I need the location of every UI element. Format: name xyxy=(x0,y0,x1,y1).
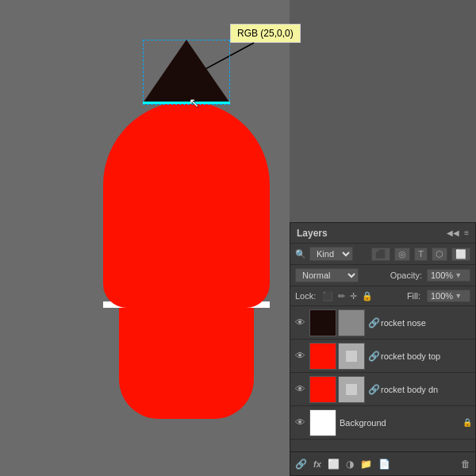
layers-list: 👁 🔗 rocket nose 👁 xyxy=(290,306,475,440)
opacity-arrow: ▼ xyxy=(455,271,462,279)
visibility-icon[interactable]: 👁 xyxy=(294,383,306,395)
lock-paint-icon[interactable]: ✏ xyxy=(338,291,345,301)
nose-highlight xyxy=(143,102,230,104)
layer-thumb-content xyxy=(309,409,336,436)
layer-name: rocket nose xyxy=(381,318,472,328)
rocket-nose xyxy=(143,40,230,103)
filter-type-btn[interactable]: T xyxy=(414,248,428,261)
layer-name: rocket body top xyxy=(381,351,472,361)
layer-lock-icon: 🔒 xyxy=(463,418,472,427)
thumb-red xyxy=(310,377,336,402)
filter-icons: ⬛ ◎ T ⬡ ⬜ xyxy=(371,248,470,261)
mask-icon[interactable]: ⬜ xyxy=(328,459,340,470)
visibility-icon[interactable]: 👁 xyxy=(294,416,306,428)
mask-content xyxy=(339,310,364,336)
blend-row: Normal Opacity: 100% ▼ xyxy=(290,265,475,286)
folder-icon[interactable]: 📁 xyxy=(360,459,372,470)
opacity-input[interactable]: 100% ▼ xyxy=(427,269,470,282)
panel-header-icons: ◀◀ ≡ xyxy=(447,228,469,237)
kind-dropdown[interactable]: Kind xyxy=(309,247,353,261)
layer-thumb-mask xyxy=(338,309,365,336)
layer-thumb-mask xyxy=(338,343,365,370)
layer-thumbnails xyxy=(309,376,365,403)
layer-name: Background xyxy=(340,418,459,428)
thumb-dark xyxy=(310,310,336,336)
layer-row[interactable]: 👁 🔗 rocket body dn xyxy=(290,373,475,406)
lock-pixel-icon[interactable]: ⬛ xyxy=(322,291,333,301)
rocket-body-top xyxy=(103,102,270,308)
visibility-icon[interactable]: 👁 xyxy=(294,317,306,328)
layer-thumbnails xyxy=(309,309,365,336)
fill-label: Fill: xyxy=(407,291,420,301)
mask-small xyxy=(346,384,357,395)
panel-header: Layers ◀◀ ≡ xyxy=(290,223,475,244)
search-icon: 🔍 xyxy=(295,249,306,259)
lock-move-icon[interactable]: ✛ xyxy=(350,291,357,301)
layer-row[interactable]: 👁 🔗 rocket nose xyxy=(290,306,475,340)
mask-small xyxy=(346,351,357,362)
layer-row[interactable]: 👁 🔗 rocket body top xyxy=(290,340,475,373)
lock-label: Lock: xyxy=(295,291,316,301)
layer-thumb-mask xyxy=(338,376,365,403)
fill-value: 100% xyxy=(431,291,453,301)
layer-thumb-content xyxy=(309,376,336,403)
fill-arrow: ▼ xyxy=(455,292,462,300)
opacity-label: Opacity: xyxy=(390,271,422,280)
lock-all-icon[interactable]: 🔒 xyxy=(362,291,373,301)
layer-row[interactable]: 👁 Background 🔒 xyxy=(290,406,475,440)
blend-dropdown[interactable]: Normal xyxy=(295,268,359,282)
cursor-icon: ↖ xyxy=(189,95,199,110)
filter-row: 🔍 Kind ⬛ ◎ T ⬡ ⬜ xyxy=(290,244,475,265)
panel-footer: 🔗 fx ⬜ ◑ 📁 📄 🗑 xyxy=(290,451,475,475)
adjustment-icon[interactable]: ◑ xyxy=(346,459,354,470)
opacity-value: 100% xyxy=(431,271,453,280)
link-layers-icon[interactable]: 🔗 xyxy=(295,459,307,470)
menu-icon[interactable]: ≡ xyxy=(464,228,469,237)
fx-icon[interactable]: fx xyxy=(313,459,321,469)
filter-pixel-btn[interactable]: ⬛ xyxy=(371,248,390,261)
layers-panel: Layers ◀◀ ≡ 🔍 Kind ⬛ ◎ T ⬡ ⬜ Normal Opac… xyxy=(290,222,476,476)
lock-row: Lock: ⬛ ✏ ✛ 🔒 Fill: 100% ▼ xyxy=(290,286,475,306)
link-icon: 🔗 xyxy=(368,384,378,395)
layer-thumb-content xyxy=(309,309,336,336)
delete-layer-icon[interactable]: 🗑 xyxy=(461,459,470,470)
visibility-icon[interactable]: 👁 xyxy=(294,350,306,362)
thumb-white xyxy=(310,410,336,436)
link-icon: 🔗 xyxy=(368,317,378,328)
thumb-red xyxy=(310,344,336,369)
lock-icons: ⬛ ✏ ✛ 🔒 xyxy=(322,291,373,301)
layer-thumb-content xyxy=(309,343,336,370)
filter-adjust-btn[interactable]: ◎ xyxy=(394,248,410,261)
filter-smart-btn[interactable]: ⬜ xyxy=(451,248,470,261)
panel-title: Layers xyxy=(297,228,328,239)
collapse-icon[interactable]: ◀◀ xyxy=(447,228,459,237)
new-layer-icon[interactable]: 📄 xyxy=(378,459,390,470)
rocket-body-bottom xyxy=(119,308,254,419)
link-icon: 🔗 xyxy=(368,351,378,362)
filter-shape-btn[interactable]: ⬡ xyxy=(432,248,447,261)
canvas-area: RGB (25,0,0) ↖ xyxy=(0,0,290,476)
layer-thumbnails xyxy=(309,343,365,370)
layer-thumbnails xyxy=(309,409,336,436)
layer-name: rocket body dn xyxy=(381,385,472,394)
fill-input[interactable]: 100% ▼ xyxy=(427,290,470,302)
